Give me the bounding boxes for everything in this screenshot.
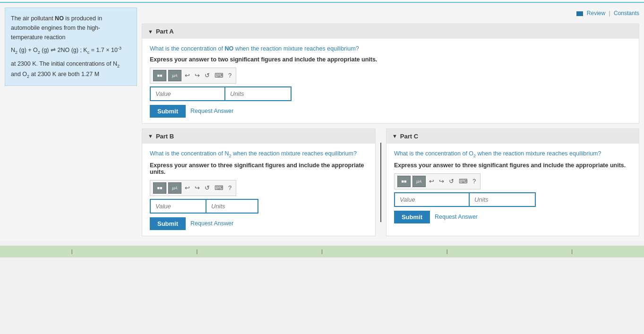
part-a-help-icon[interactable]: ? — [227, 71, 233, 80]
part-a-units-input[interactable] — [225, 86, 292, 101]
part-b-label: Part B — [156, 133, 174, 140]
part-c-request-link[interactable]: Request Answer — [435, 214, 478, 220]
problem-description: The air pollutant NO is produced in auto… — [5, 8, 137, 86]
part-a-card: ▼ Part A What is the concentration of NO… — [142, 24, 639, 124]
part-b-keyboard-icon[interactable]: ⌨ — [213, 183, 225, 192]
part-a-refresh-icon[interactable]: ↺ — [203, 71, 211, 80]
part-b-input-row — [150, 199, 368, 214]
part-c-format-btn[interactable]: ■■ — [397, 176, 411, 187]
part-b-mu-btn[interactable]: μA — [168, 182, 181, 194]
part-b-question: What is the concentration of N2 when the… — [150, 149, 368, 159]
part-a-undo-icon[interactable]: ↩ — [183, 71, 191, 80]
part-c-input-row — [394, 192, 631, 207]
part-a-submit-button[interactable]: Submit — [150, 105, 186, 118]
part-a-toolbar: ■■ μA ↩ ↪ ↺ ⌨ ? — [150, 68, 236, 84]
part-b-header: ▼ Part B — [142, 129, 375, 144]
part-b-help-icon[interactable]: ? — [227, 183, 233, 192]
part-a-format-btn[interactable]: ■■ — [153, 70, 166, 81]
part-c-header: ▼ Part C — [386, 129, 639, 144]
part-c-undo-icon[interactable]: ↩ — [428, 177, 436, 186]
problem-intro: The air pollutant NO is produced in auto… — [11, 14, 131, 42]
part-c-keyboard-icon[interactable]: ⌨ — [457, 177, 469, 186]
part-a-value-input[interactable] — [150, 86, 225, 101]
review-link[interactable]: Review — [587, 10, 605, 17]
part-c-help-icon[interactable]: ? — [471, 177, 477, 186]
part-b-undo-icon[interactable]: ↩ — [183, 183, 191, 192]
part-a-action-row: Submit Request Answer — [150, 105, 631, 118]
part-c-redo-icon[interactable]: ↪ — [438, 177, 446, 186]
part-a-mu-btn[interactable]: μA — [168, 70, 181, 81]
link-separator: | — [609, 10, 610, 17]
part-b-body: What is the concentration of N2 when the… — [142, 144, 375, 236]
part-c-submit-button[interactable]: Submit — [394, 211, 430, 223]
part-a-label: Part A — [156, 28, 174, 35]
bottom-bar: | | | | | — [0, 246, 644, 257]
part-c-refresh-icon[interactable]: ↺ — [447, 177, 455, 186]
part-c-collapse-arrow[interactable]: ▼ — [392, 133, 397, 139]
book-icon — [576, 11, 583, 16]
part-a-instruction: Express your answer to two significant f… — [150, 56, 631, 63]
bottom-bar-item-4: | — [447, 248, 448, 254]
bottom-bar-item-5: | — [571, 248, 573, 254]
part-c-value-input[interactable] — [394, 192, 470, 207]
part-a-input-row — [150, 86, 631, 101]
left-panel: The air pollutant NO is produced in auto… — [5, 8, 137, 236]
part-b-action-row: Submit Request Answer — [150, 217, 368, 230]
part-b-format-btn[interactable]: ■■ — [153, 182, 166, 194]
part-b-request-link[interactable]: Request Answer — [190, 220, 233, 227]
part-a-collapse-arrow[interactable]: ▼ — [148, 29, 153, 34]
bottom-bar-item-2: | — [196, 248, 197, 254]
right-panel: Review | Constants ▼ Part A What is the … — [142, 8, 639, 236]
part-c-instruction: Express your answer to three significant… — [394, 162, 631, 169]
part-a-question: What is the concentration of NO when the… — [150, 44, 631, 53]
part-c-mu-btn[interactable]: μA — [412, 176, 426, 187]
part-b-toolbar: ■■ μA ↩ ↪ ↺ ⌨ ? — [150, 180, 236, 196]
part-b-card: ▼ Part B What is the concentration of N2… — [142, 128, 376, 236]
part-c-toolbar: ■■ μA ↩ ↪ ↺ ⌨ ? — [394, 173, 481, 189]
chemical-equation: N2 (g) + O2 (g) ⇌ 2NO (g) ; Kc = 1.7 × 1… — [11, 45, 131, 56]
problem-conditions: at 2300 K. The initial concentrations of… — [11, 59, 131, 80]
part-b-refresh-icon[interactable]: ↺ — [203, 183, 211, 192]
part-c-card: ▼ Part C What is the concentration of O2… — [386, 128, 639, 236]
part-a-header: ▼ Part A — [142, 24, 639, 39]
part-a-body: What is the concentration of NO when the… — [142, 39, 639, 123]
part-c-label: Part C — [400, 133, 418, 140]
part-b-redo-icon[interactable]: ↪ — [193, 183, 201, 192]
part-b-submit-button[interactable]: Submit — [150, 217, 186, 230]
part-a-redo-icon[interactable]: ↪ — [193, 71, 201, 80]
part-a-request-link[interactable]: Request Answer — [190, 108, 233, 114]
part-c-body: What is the concentration of O2 when the… — [386, 144, 639, 229]
top-links: Review | Constants — [142, 8, 639, 19]
part-c-question: What is the concentration of O2 when the… — [394, 149, 631, 159]
part-a-keyboard-icon[interactable]: ⌨ — [213, 71, 225, 80]
part-c-units-input[interactable] — [470, 192, 536, 207]
bottom-parts-row: ▼ Part B What is the concentration of N2… — [142, 128, 639, 236]
part-c-action-row: Submit Request Answer — [394, 211, 631, 223]
part-b-units-input[interactable] — [206, 199, 258, 214]
part-b-instruction: Express your answer to three significant… — [150, 162, 368, 175]
bottom-bar-item-1: | — [71, 248, 73, 254]
part-b-collapse-arrow[interactable]: ▼ — [148, 133, 153, 139]
part-b-value-input[interactable] — [150, 199, 206, 214]
vertical-divider — [380, 143, 381, 222]
bottom-bar-item-3: | — [321, 248, 323, 254]
constants-link[interactable]: Constants — [614, 10, 639, 17]
